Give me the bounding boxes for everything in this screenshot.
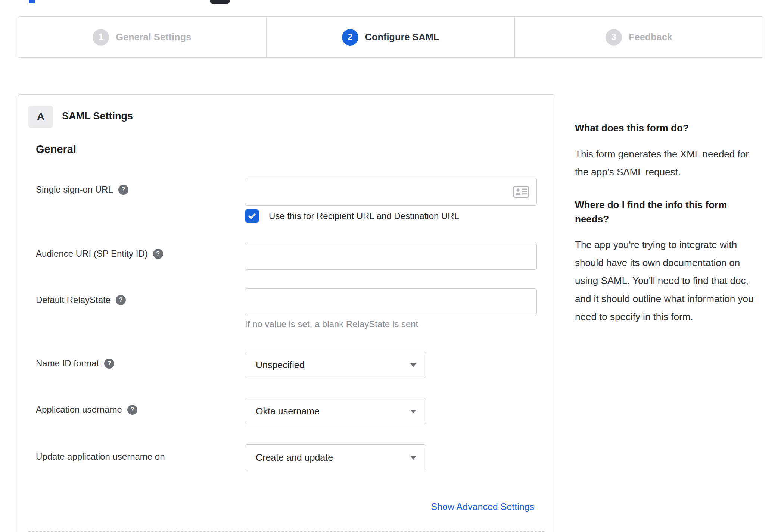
saml-wizard-page: { "stepper": { "steps": [ { "number": "1… — [0, 0, 781, 532]
show-advanced-settings-link[interactable]: Show Advanced Settings — [431, 501, 534, 512]
cutoff-blue-shape — [29, 0, 35, 3]
relaystate-label: Default RelayState ? — [36, 295, 126, 305]
section-dashed-divider — [28, 531, 544, 532]
section-a-badge: A — [28, 106, 53, 128]
recipient-url-checkbox[interactable] — [245, 209, 259, 223]
step-1-circle: 1 — [93, 29, 109, 46]
help-sidebar: What does this form do? This form genera… — [575, 121, 763, 343]
sso-url-label: Single sign-on URL ? — [36, 184, 128, 195]
step-feedback[interactable]: 3 Feedback — [514, 17, 763, 57]
step-2-circle: 2 — [342, 29, 358, 46]
help-question-2: Where do I find the info this form needs… — [575, 198, 763, 226]
audience-uri-label-text: Audience URI (SP Entity ID) — [36, 248, 148, 259]
chevron-down-icon — [410, 456, 416, 460]
saml-settings-panel: A SAML Settings General Single sign-on U… — [18, 94, 555, 532]
step-configure-saml[interactable]: 2 Configure SAML — [266, 17, 515, 57]
audience-uri-label: Audience URI (SP Entity ID) ? — [36, 248, 163, 259]
step-1-label: General Settings — [116, 32, 191, 43]
update-username-value: Create and update — [256, 452, 333, 463]
app-username-value: Okta username — [256, 406, 320, 417]
recipient-url-checkbox-label: Use this for Recipient URL and Destinati… — [269, 211, 459, 221]
relaystate-input[interactable] — [245, 288, 537, 316]
step-2-label: Configure SAML — [365, 32, 439, 43]
checkmark-icon — [247, 211, 257, 221]
step-3-circle: 3 — [606, 29, 622, 46]
update-username-select[interactable]: Create and update — [245, 444, 426, 470]
help-answer-2: The app you're trying to integrate with … — [575, 236, 763, 325]
help-answer-1: This form generates the XML needed for t… — [575, 145, 763, 181]
help-question-1: What does this form do? — [575, 121, 763, 135]
app-username-label: Application username ? — [36, 404, 137, 415]
recipient-url-checkbox-row: Use this for Recipient URL and Destinati… — [245, 209, 459, 223]
chevron-down-icon — [410, 363, 416, 367]
app-username-select[interactable]: Okta username — [245, 398, 426, 424]
nameid-format-label-text: Name ID format — [36, 358, 99, 369]
nameid-format-value: Unspecified — [256, 360, 305, 370]
nameid-format-select[interactable]: Unspecified — [245, 352, 426, 378]
relaystate-help-icon[interactable]: ? — [116, 295, 126, 305]
app-username-label-text: Application username — [36, 404, 122, 415]
wizard-stepper: 1 General Settings 2 Configure SAML 3 Fe… — [18, 16, 763, 58]
relaystate-label-text: Default RelayState — [36, 295, 111, 305]
update-username-label: Update application username on — [36, 451, 165, 462]
update-username-label-text: Update application username on — [36, 451, 165, 462]
step-3-label: Feedback — [629, 32, 672, 43]
sso-url-input[interactable] — [245, 178, 537, 206]
panel-title: SAML Settings — [62, 110, 133, 122]
nameid-format-help-icon[interactable]: ? — [104, 359, 114, 369]
general-section-heading: General — [36, 143, 76, 156]
audience-uri-help-icon[interactable]: ? — [153, 249, 163, 259]
step-general-settings[interactable]: 1 General Settings — [18, 17, 266, 57]
app-username-help-icon[interactable]: ? — [127, 405, 137, 415]
sso-url-help-icon[interactable]: ? — [118, 185, 128, 195]
chevron-down-icon — [410, 410, 416, 413]
nameid-format-label: Name ID format ? — [36, 358, 114, 369]
sso-url-label-text: Single sign-on URL — [36, 184, 113, 195]
relaystate-hint: If no value is set, a blank RelayState i… — [245, 319, 418, 329]
cutoff-black-shape — [210, 0, 230, 4]
audience-uri-input[interactable] — [245, 242, 537, 270]
